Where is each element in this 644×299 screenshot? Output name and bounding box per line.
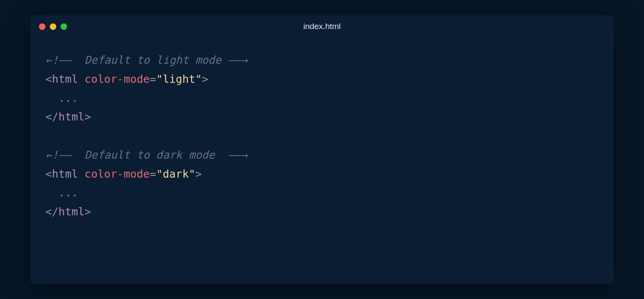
code-line-7: <html color-mode="dark"> <box>45 165 599 184</box>
attribute-name: color-mode <box>84 168 150 180</box>
close-bracket: > <box>84 205 91 218</box>
maximize-window-button[interactable] <box>61 23 67 30</box>
tag-name: html <box>58 205 84 218</box>
close-window-button[interactable] <box>39 23 45 30</box>
open-close-bracket: </ <box>45 110 58 123</box>
comment-text: ←!—— Default to light mode ——→ <box>45 54 248 66</box>
code-line-6: ←!—— Default to dark mode ——→ <box>45 146 599 165</box>
code-line-8: ... <box>45 183 599 202</box>
tag-name: html <box>58 110 84 123</box>
ellipsis-content: ... <box>45 186 78 199</box>
code-line-4: </html> <box>45 107 599 127</box>
close-bracket: > <box>84 110 91 123</box>
open-bracket: < <box>45 168 52 180</box>
window-title: index.html <box>303 22 341 31</box>
ellipsis-content: ... <box>45 92 78 104</box>
attribute-name: color-mode <box>84 73 150 85</box>
space <box>78 168 84 180</box>
close-bracket: > <box>202 73 208 85</box>
tag-name: html <box>52 168 78 180</box>
open-close-bracket: </ <box>45 205 58 218</box>
space <box>78 73 84 85</box>
code-line-3: ... <box>45 89 599 108</box>
tag-name: html <box>52 73 78 85</box>
minimize-window-button[interactable] <box>50 23 56 30</box>
code-editor-window: index.html ←!—— Default to light mode ——… <box>30 15 614 284</box>
attribute-value: "dark" <box>156 168 195 180</box>
blank-line <box>45 127 599 146</box>
code-line-2: <html color-mode="light"> <box>45 70 599 89</box>
code-content-area[interactable]: ←!—— Default to light mode ——→ <html col… <box>30 38 614 234</box>
equals-sign: = <box>150 73 156 85</box>
equals-sign: = <box>150 168 156 180</box>
traffic-lights <box>39 23 67 30</box>
window-titlebar: index.html <box>30 15 614 38</box>
comment-text: ←!—— Default to dark mode ——→ <box>45 149 248 161</box>
attribute-value: "light" <box>156 73 202 85</box>
code-line-1: ←!—— Default to light mode ——→ <box>45 51 599 70</box>
open-bracket: < <box>45 73 52 85</box>
close-bracket: > <box>195 168 202 180</box>
code-line-9: </html> <box>45 202 599 221</box>
